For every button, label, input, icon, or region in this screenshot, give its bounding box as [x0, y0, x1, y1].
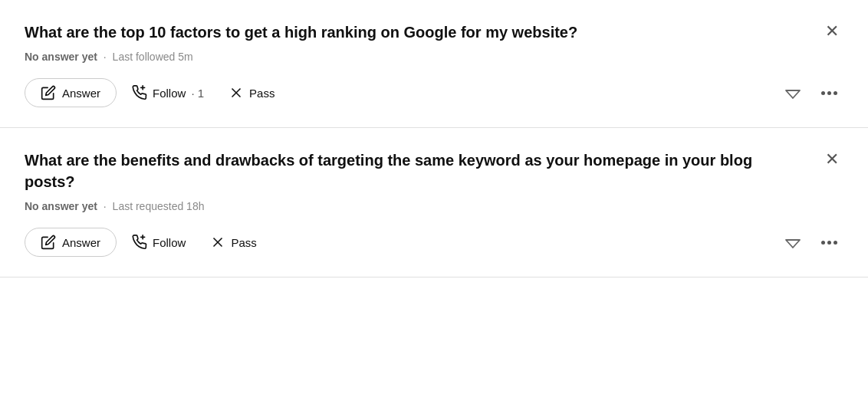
follow-icon [132, 235, 147, 250]
pass-icon [210, 235, 225, 250]
no-answer-label: No answer yet [25, 51, 97, 63]
action-row: Answer Follow· 1 Pass [25, 77, 843, 109]
dot-2 [827, 91, 831, 95]
question-meta: No answer yet · Last requested 18h [25, 200, 843, 212]
question-card: ✕What are the top 10 factors to get a hi… [0, 0, 868, 128]
pass-button[interactable]: Pass [219, 79, 284, 107]
edit-icon [41, 235, 56, 250]
answer-button[interactable]: Answer [25, 228, 117, 257]
svg-marker-5 [786, 240, 800, 248]
dot-1 [821, 241, 825, 245]
follow-icon [132, 85, 147, 100]
action-row: Answer Follow Pass [25, 226, 843, 258]
svg-marker-2 [786, 90, 800, 98]
downvote-button[interactable] [777, 77, 809, 109]
questions-list: ✕What are the top 10 factors to get a hi… [0, 0, 868, 277]
question-card: ✕What are the benefits and drawbacks of … [0, 128, 868, 277]
dot-2 [827, 241, 831, 245]
follow-label: Follow [153, 236, 186, 249]
question-meta: No answer yet · Last followed 5m [25, 51, 843, 63]
pass-button[interactable]: Pass [201, 228, 265, 256]
pass-icon [229, 85, 244, 100]
close-button[interactable]: ✕ [820, 21, 843, 41]
dot-3 [833, 91, 837, 95]
follow-count: · 1 [191, 87, 204, 100]
no-answer-label: No answer yet [25, 200, 97, 212]
question-title: What are the benefits and drawbacks of t… [25, 149, 843, 192]
down-vote-icon [783, 232, 803, 252]
close-button[interactable]: ✕ [820, 149, 843, 169]
meta-time: Last requested 18h [113, 200, 205, 212]
question-title: What are the top 10 factors to get a hig… [25, 21, 843, 43]
dot-1 [821, 91, 825, 95]
meta-separator: · [100, 200, 110, 212]
more-options-button[interactable] [815, 235, 843, 251]
follow-label: Follow [153, 87, 186, 100]
more-options-button[interactable] [815, 85, 843, 101]
pass-label: Pass [231, 236, 256, 249]
pass-label: Pass [249, 87, 275, 100]
down-vote-icon [783, 83, 803, 103]
follow-button[interactable]: Follow [123, 228, 195, 256]
meta-time: Last followed 5m [113, 51, 193, 63]
downvote-button[interactable] [777, 226, 809, 258]
answer-label: Answer [62, 236, 100, 249]
answer-label: Answer [62, 87, 100, 100]
follow-button[interactable]: Follow· 1 [123, 79, 213, 107]
dot-3 [833, 241, 837, 245]
meta-separator: · [100, 51, 110, 63]
edit-icon [41, 85, 56, 100]
answer-button[interactable]: Answer [25, 78, 117, 107]
